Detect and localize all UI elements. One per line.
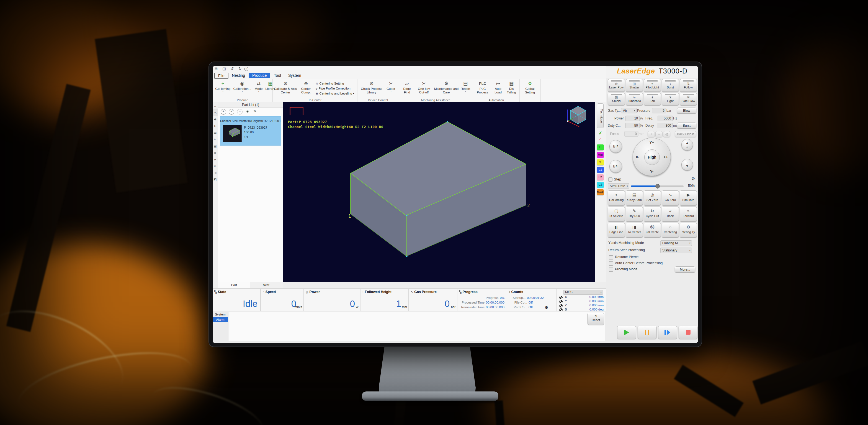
jog-y-plus-button[interactable]: Y+ <box>633 140 671 144</box>
select-tool-icon[interactable]: ↖ <box>213 109 218 116</box>
b-axis-ccw-button[interactable]: B↺ <box>610 140 622 153</box>
reset-button[interactable]: ↻ Reset <box>588 313 604 325</box>
stop-button[interactable] <box>679 326 698 339</box>
start-button[interactable] <box>617 326 636 339</box>
corner-tool-icon[interactable]: ⌐ <box>213 156 218 163</box>
set-zero-button[interactable]: ◎Set Zero <box>644 191 661 205</box>
jog-x-plus-button[interactable]: X+ <box>663 155 668 159</box>
mode-button[interactable]: ⇄ Mode ▪ <box>253 81 264 92</box>
more-button[interactable]: More... <box>675 266 695 273</box>
tab-system-log[interactable]: System <box>213 312 228 317</box>
menu-nesting[interactable]: Nesting <box>228 73 249 78</box>
delay-input[interactable]: 300 <box>658 123 673 129</box>
one-key-cutoff-button[interactable]: ✂ One-key Cut-off <box>415 81 433 94</box>
tab-part[interactable]: Part <box>218 282 250 288</box>
tab-alarm-log[interactable]: Alarm <box>213 317 228 322</box>
coordinate-system-select[interactable]: MCS▾ <box>563 290 603 295</box>
fill-tool-icon[interactable]: ◩ <box>213 176 218 183</box>
pick-tool-icon[interactable]: ↖ <box>213 136 218 143</box>
measure-tool-icon[interactable]: ▤ <box>213 143 218 149</box>
part-list-item[interactable]: Channel Steel Width80xHeight40 D2 T2 L10… <box>220 116 281 146</box>
maintenance-care-button[interactable]: ⚙ Maintenance and Care <box>434 81 459 94</box>
pilot-light-button[interactable]: ⌖Pilot Light <box>644 79 661 92</box>
light-button[interactable]: ☀Light <box>662 93 679 105</box>
simu-rate-thumb[interactable] <box>655 184 660 189</box>
focus-center-button[interactable]: ◎ <box>663 131 670 137</box>
pan-tool-icon[interactable]: ❖ <box>213 116 218 123</box>
jog-x-minus-button[interactable]: X- <box>636 155 639 159</box>
gas-type-select[interactable]: Air▾ <box>621 108 637 113</box>
view-3d-icon[interactable]: ◈ <box>213 149 218 156</box>
shield-button[interactable]: ▧Shield <box>608 93 625 105</box>
edge-find-button[interactable]: ▱ Edge Find <box>400 81 414 94</box>
pipe-profile-correction-button[interactable]: ⌀Pipe Profile Correction <box>316 87 350 90</box>
layer-chip-mid[interactable]: Mid <box>597 152 604 158</box>
cycle-cut-button[interactable]: ↻Cycle Cut <box>644 206 661 222</box>
edit-part-icon[interactable]: ✎ <box>252 109 257 114</box>
blow-button[interactable]: Blow <box>677 108 696 114</box>
menu-produce[interactable]: Produce <box>249 73 270 78</box>
global-setting-button[interactable]: ⚙ Global Setting <box>522 81 538 94</box>
new-file-icon[interactable]: ⊞ <box>215 66 218 71</box>
centering-setting-button[interactable]: ◎Centering Setting <box>316 82 344 85</box>
duty-input[interactable]: 50 <box>625 123 640 129</box>
undo-icon[interactable]: ↺ <box>230 66 234 71</box>
simulate-button[interactable]: ▶Simulate <box>680 191 697 205</box>
counts-gear-icon[interactable]: ⚙ <box>545 305 548 310</box>
back-origin-button[interactable]: Back Origin <box>675 131 696 137</box>
viewport-3d[interactable]: Part:P_0723_093927 Channel Steel Width80… <box>283 102 595 282</box>
layer-chip-l1[interactable]: L1 <box>597 167 604 173</box>
to-center-button[interactable]: ◨To Center <box>626 223 643 237</box>
dry-run-button[interactable]: ✎Dry Run <box>626 206 643 222</box>
add-part-icon[interactable]: + <box>221 109 226 114</box>
resume-button[interactable] <box>658 326 677 339</box>
rotate-view-icon[interactable]: ↻ <box>213 123 218 130</box>
redo-icon[interactable]: ↻ <box>238 66 242 71</box>
menu-system[interactable]: System <box>285 73 305 78</box>
fan-button[interactable]: ∗Fan <box>644 93 661 105</box>
calibrate-baxis-button[interactable]: ⊛ Calibrate B-Axis Center <box>274 81 297 94</box>
shutter-button[interactable]: ◫Shutter <box>626 79 643 92</box>
menu-tool[interactable]: Tool <box>270 73 285 78</box>
auto-load-button[interactable]: ↦ Auto Load <box>492 81 504 94</box>
speaker-tool-icon[interactable]: ◀ <box>213 169 218 176</box>
one-key-sample-button[interactable]: ▤e Key Sam <box>626 191 643 205</box>
calibration-button[interactable]: ◉ Calibration... ▪ <box>232 81 252 92</box>
burst-action-button[interactable]: Burst <box>677 122 696 129</box>
parts-3d-icon[interactable]: ◈ <box>245 109 250 114</box>
follow-button[interactable]: ⇅Follow <box>680 79 697 92</box>
cutter-button[interactable]: ✂ Cutter ▪ <box>385 81 397 92</box>
go-zero-button[interactable]: ↘Go Zero <box>662 191 679 205</box>
layer-chip-l2[interactable]: L2 <box>597 174 604 180</box>
pressure-input[interactable]: 5 <box>652 108 666 113</box>
gohoming-action-button[interactable]: ⌖GoHoming <box>608 191 625 205</box>
jog-y-minus-button[interactable]: Y- <box>633 169 671 174</box>
remove-part-icon[interactable]: − <box>237 109 243 114</box>
step-checkbox[interactable] <box>608 177 613 181</box>
layer-chip-l3[interactable]: L3 <box>597 182 604 188</box>
y-axis-mode-select[interactable]: Floating M...▾ <box>660 240 692 246</box>
jog-settings-gear-icon[interactable]: ⚙ <box>691 176 695 181</box>
tab-nest[interactable]: Nest <box>250 282 282 288</box>
dis-tailing-button[interactable]: ▦ Dis Tailing <box>504 81 518 94</box>
auto-center-checkbox[interactable] <box>609 261 613 265</box>
save-icon[interactable]: ◫ <box>222 66 226 71</box>
layer-chip-s[interactable]: S <box>597 160 604 165</box>
navigation-cube[interactable] <box>565 105 590 128</box>
gohoming-button[interactable]: ⌖ GoHoming ▪ <box>214 81 231 92</box>
focus-plus-button[interactable]: + <box>648 131 655 137</box>
technique-close-icon[interactable]: ✗ <box>595 131 606 137</box>
z-up-button[interactable]: ▲⊥ <box>681 139 693 150</box>
side-blow-button[interactable]: ≋Side Blow <box>680 93 697 105</box>
centering-leveling-button[interactable]: ◉Centering and Leveling ▪ <box>316 92 354 95</box>
manual-center-button[interactable]: Ⓜual Cente <box>644 223 661 237</box>
link-tool-icon[interactable]: ∞ <box>213 163 218 169</box>
resume-pierce-checkbox[interactable] <box>609 255 613 259</box>
simu-rate-track[interactable] <box>631 186 684 187</box>
center-comp-button[interactable]: ⊕ Center Comp. <box>298 81 314 94</box>
log-content[interactable] <box>228 312 605 341</box>
fit-view-icon[interactable]: ▭ <box>213 130 218 136</box>
centering-button[interactable]: ◌Centering <box>662 223 679 237</box>
simu-rate-select[interactable]: Simu Rate▾ <box>608 183 629 189</box>
proofing-mode-checkbox[interactable] <box>609 267 613 272</box>
